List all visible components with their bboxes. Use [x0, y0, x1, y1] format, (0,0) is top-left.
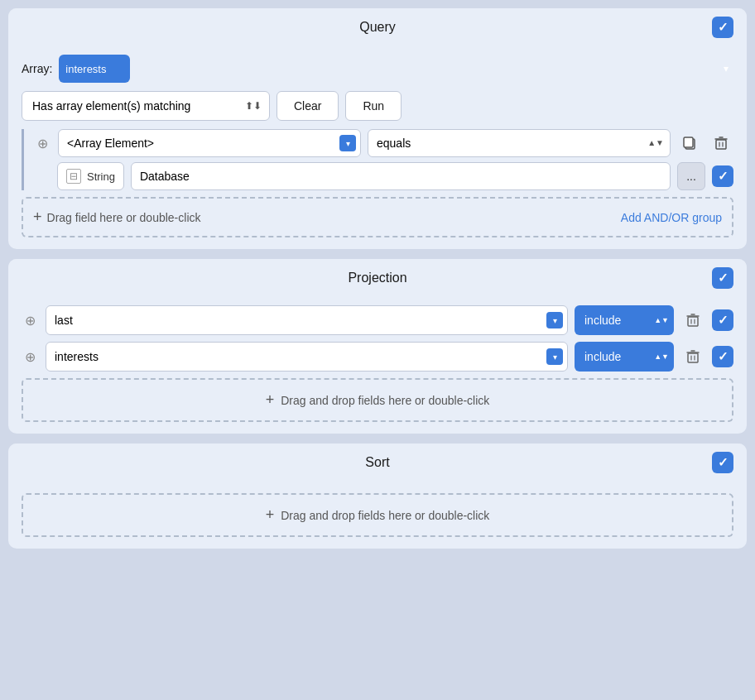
drag-text: Drag field here or double-click [47, 211, 201, 224]
projection-content: ⊕ last ▾ include ▲▼ [8, 297, 747, 434]
proj-include-2-select[interactable]: include [575, 342, 674, 372]
sort-panel: Sort + Drag and drop fields here or doub… [8, 443, 747, 549]
sort-content: + Drag and drop fields here or double-cl… [8, 482, 747, 549]
filter-bar: Has array element(s) matching ⬆⬇ Clear R… [22, 91, 733, 121]
proj-row-1: ⊕ last ▾ include ▲▼ [22, 305, 733, 335]
field-select[interactable]: <Array Element> [58, 129, 361, 157]
sort-checkbox[interactable] [712, 452, 733, 473]
value-input[interactable] [131, 162, 671, 190]
type-icon: ⊟ [66, 169, 81, 184]
query-drag-zone[interactable]: + Drag field here or double-click Add AN… [22, 197, 733, 237]
svg-rect-2 [716, 140, 726, 149]
proj-drag-text: Drag and drop fields here or double-clic… [281, 394, 489, 407]
value-checkbox[interactable] [712, 165, 733, 187]
clear-button[interactable]: Clear [277, 91, 339, 121]
proj-delete-2-button[interactable] [680, 344, 705, 369]
sort-plus-icon: + [266, 506, 275, 524]
sort-drag-zone[interactable]: + Drag and drop fields here or double-cl… [22, 493, 733, 537]
array-chevron-icon: ▾ [724, 63, 729, 74]
delete-condition-button[interactable] [709, 131, 733, 156]
query-checkbox[interactable] [712, 17, 733, 38]
proj-delete-1-button[interactable] [680, 308, 705, 333]
proj-field-1-select[interactable]: last [46, 305, 568, 335]
projection-checkbox[interactable] [712, 267, 733, 289]
proj-include-1-select[interactable]: include [575, 305, 674, 335]
plus-icon: + [33, 209, 42, 226]
drag-zone-left: + Drag field here or double-click [33, 209, 201, 226]
proj-row-2: ⊕ interests ▾ include ▲▼ [22, 342, 733, 372]
array-row: Array: interests ▾ [22, 55, 733, 83]
type-label: String [87, 170, 115, 183]
array-select-wrapper: interests ▾ [59, 55, 733, 83]
projection-title: Projection [43, 271, 712, 285]
array-select[interactable]: interests [59, 55, 130, 83]
ellipsis-button[interactable]: ... [677, 162, 705, 190]
sort-header: Sort [8, 443, 747, 482]
drag-handle-icon[interactable]: ⊕ [34, 132, 51, 155]
value-row: ⊟ String ... [57, 162, 733, 190]
operator-select-wrapper: equals ▲▼ [368, 129, 671, 157]
projection-panel: Projection ⊕ last ▾ include ▲▼ [8, 259, 747, 434]
proj-row-1-checkbox[interactable] [712, 309, 733, 331]
query-content: Array: interests ▾ Has array element(s) … [8, 46, 747, 249]
proj-drag-handle-2-icon[interactable]: ⊕ [22, 346, 39, 368]
proj-drag-handle-1-icon[interactable]: ⊕ [22, 309, 39, 332]
sort-drag-text: Drag and drop fields here or double-clic… [281, 509, 489, 522]
proj-drag-zone[interactable]: + Drag and drop fields here or double-cl… [22, 378, 733, 422]
array-label: Array: [22, 62, 52, 75]
field-select-wrapper: <Array Element> ▾ [58, 129, 361, 157]
proj-include-1-wrapper: include ▲▼ [575, 305, 674, 335]
query-panel: Query Array: interests ▾ Has array eleme… [8, 8, 747, 249]
proj-plus-icon: + [266, 391, 275, 409]
operator-select[interactable]: equals [368, 129, 671, 157]
sort-title: Sort [43, 455, 712, 470]
query-title: Query [43, 20, 712, 35]
proj-include-2-wrapper: include ▲▼ [575, 342, 674, 372]
projection-header: Projection [8, 259, 747, 297]
condition-row-main: ⊕ <Array Element> ▾ equals ▲▼ [34, 129, 733, 157]
proj-row-2-checkbox[interactable] [712, 346, 733, 367]
query-header: Query [8, 8, 747, 46]
type-badge: ⊟ String [57, 162, 124, 190]
filter-type-wrapper: Has array element(s) matching ⬆⬇ [22, 91, 270, 121]
svg-rect-7 [688, 317, 698, 326]
filter-type-select[interactable]: Has array element(s) matching [22, 91, 270, 121]
svg-rect-1 [684, 137, 693, 147]
svg-rect-12 [688, 353, 698, 362]
copy-button[interactable] [677, 131, 702, 156]
proj-field-2-select[interactable]: interests [46, 342, 568, 372]
condition-block: ⊕ <Array Element> ▾ equals ▲▼ [22, 129, 733, 190]
proj-field-2-wrapper: interests ▾ [46, 342, 568, 372]
run-button[interactable]: Run [345, 91, 402, 121]
add-group-link[interactable]: Add AND/OR group [621, 211, 722, 224]
proj-field-1-wrapper: last ▾ [46, 305, 568, 335]
